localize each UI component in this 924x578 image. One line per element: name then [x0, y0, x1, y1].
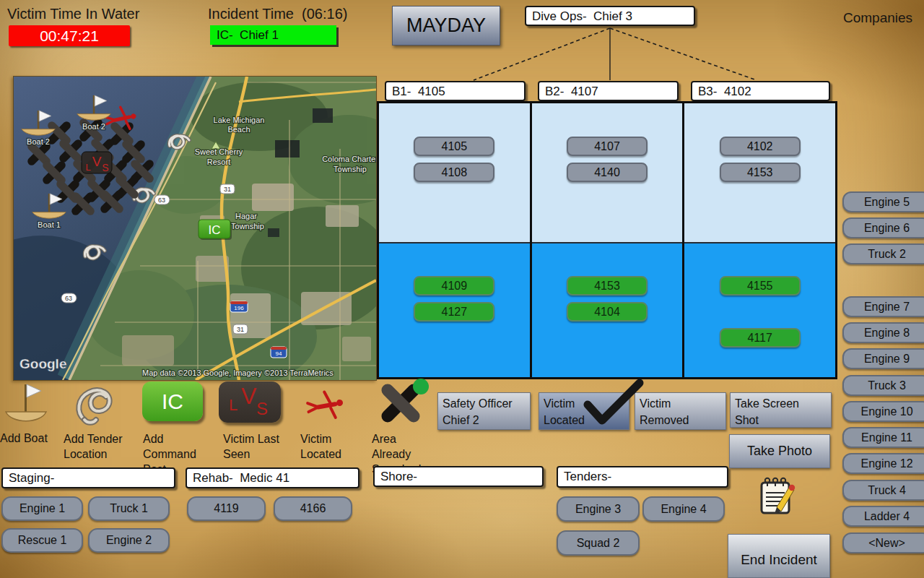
unit-button[interactable]: 4153	[720, 163, 801, 182]
unit-button[interactable]: 4117	[720, 328, 801, 348]
svg-text:94: 94	[276, 350, 282, 357]
company-button[interactable]: Truck 3	[842, 375, 924, 396]
add-boat-label: Add Boat	[0, 431, 48, 446]
safety-officer-button[interactable]: Safety OfficerChief 2	[437, 392, 531, 430]
company-button[interactable]: Truck 4	[842, 480, 924, 501]
svg-text:Hagar: Hagar	[235, 212, 257, 220]
division-b2-header[interactable]: B2- 4107	[538, 81, 679, 101]
lvs-letter-s: S	[256, 399, 268, 419]
end-incident-button[interactable]: End Incident	[728, 534, 830, 578]
svg-text:IC: IC	[209, 223, 221, 237]
unit-button[interactable]: 4155	[720, 276, 801, 296]
company-button[interactable]: Engine 6	[842, 217, 924, 238]
svg-text:Boat 2: Boat 2	[27, 137, 50, 146]
add-boat-icon[interactable]	[3, 380, 51, 428]
svg-text:63: 63	[158, 197, 165, 204]
company-button[interactable]: Engine 11	[842, 427, 924, 448]
b1-surface-panel[interactable]: 4105 4108	[379, 103, 530, 242]
unit-button[interactable]: 4153	[567, 276, 648, 296]
svg-text:Boat 2: Boat 2	[82, 122, 105, 131]
add-command-post-icon[interactable]: IC	[142, 381, 203, 421]
google-logo: Google	[19, 356, 66, 371]
victim-last-seen-label: Victim LastSeen	[223, 431, 279, 462]
staging-unit-button[interactable]: Engine 1	[1, 496, 83, 521]
company-button[interactable]: Engine 9	[842, 348, 924, 369]
svg-text:V: V	[92, 154, 102, 169]
ic-assignment-button[interactable]: IC- Chief 1	[210, 25, 336, 45]
map-command-post-marker[interactable]: IC	[199, 220, 232, 240]
unit-button[interactable]: 4109	[414, 276, 494, 296]
incident-map[interactable]: Lake Michigan Beach Sweet Cherry Resort …	[13, 76, 377, 381]
svg-text:Resort: Resort	[207, 158, 230, 166]
victim-removed-button[interactable]: VictimRemoved	[635, 392, 726, 430]
company-button[interactable]: Truck 2	[842, 243, 924, 264]
unit-button[interactable]: 4107	[567, 137, 648, 156]
company-button[interactable]: Engine 7	[842, 296, 924, 317]
victim-located-checkmark-icon	[582, 379, 645, 428]
rehab-section-header[interactable]: Rehab- Medic 41	[186, 467, 359, 488]
svg-text:Lake Michigan: Lake Michigan	[214, 116, 265, 124]
svg-text:Beach: Beach	[227, 125, 250, 134]
map-victim-last-seen-marker[interactable]: L V S	[82, 152, 112, 173]
division-b1-header[interactable]: B1- 4105	[385, 81, 526, 101]
lvs-letter-l: L	[229, 396, 237, 415]
lvs-letter-v: V	[241, 383, 256, 410]
svg-text:196: 196	[234, 305, 244, 311]
b2-surface-panel[interactable]: 4107 4140	[532, 103, 683, 242]
notes-icon[interactable]	[757, 474, 800, 517]
svg-text:Boat 1: Boat 1	[38, 220, 61, 229]
map-canvas[interactable]: Lake Michigan Beach Sweet Cherry Resort …	[14, 77, 376, 380]
incident-time-label: Incident Time (06:16)	[208, 6, 347, 22]
tenders-unit-button[interactable]: Engine 3	[557, 496, 640, 522]
svg-text:Township: Township	[231, 222, 264, 230]
company-button[interactable]: Ladder 4	[842, 506, 924, 527]
staging-unit-button[interactable]: Engine 2	[88, 528, 170, 553]
unit-button[interactable]: 4140	[567, 163, 648, 182]
division-b3-header[interactable]: B3- 4102	[691, 81, 830, 101]
add-tender-location-label: Add TenderLocation	[64, 431, 123, 462]
b3-water-panel[interactable]: 4155 4117	[684, 242, 835, 377]
division-board: 4105 4108 4109 4127 4107 4140 4153 4104 …	[377, 101, 837, 379]
org-connector-lines	[440, 27, 780, 82]
tenders-unit-button[interactable]: Squad 2	[557, 530, 640, 556]
unit-button[interactable]: 4102	[720, 137, 801, 156]
victim-last-seen-icon[interactable]: V L S	[219, 381, 281, 423]
unit-button[interactable]: 4105	[414, 137, 494, 156]
svg-text:Coloma Charter: Coloma Charter	[322, 155, 376, 163]
rehab-unit-button[interactable]: 4119	[187, 496, 266, 521]
b3-surface-panel[interactable]: 4102 4153	[684, 103, 835, 242]
b2-water-panel[interactable]: 4153 4104	[532, 242, 683, 377]
company-button[interactable]: Engine 8	[842, 322, 924, 343]
companies-label: Companies	[843, 10, 912, 26]
staging-unit-button[interactable]: Rescue 1	[1, 528, 83, 553]
tenders-unit-button[interactable]: Engine 4	[642, 496, 725, 522]
take-screenshot-button[interactable]: Take ScreenShot	[730, 392, 832, 428]
rehab-unit-button[interactable]: 4166	[274, 496, 352, 521]
division-b2-column: 4107 4140 4153 4104	[532, 103, 683, 377]
victim-timer: 00:47:21	[9, 25, 130, 46]
company-button[interactable]: Engine 10	[842, 401, 924, 422]
unit-button[interactable]: 4108	[414, 163, 494, 182]
b1-water-panel[interactable]: 4109 4127	[379, 242, 530, 377]
company-button[interactable]: <New>	[842, 532, 924, 553]
unit-button[interactable]: 4127	[414, 302, 494, 322]
take-photo-button[interactable]: Take Photo	[729, 434, 830, 468]
company-button[interactable]: Engine 12	[842, 453, 924, 474]
green-dot	[413, 379, 429, 394]
unit-button[interactable]: 4104	[567, 302, 648, 322]
area-already-searched-icon[interactable]	[373, 379, 431, 429]
add-tender-location-icon[interactable]	[73, 381, 119, 427]
staging-section-header[interactable]: Staging-	[1, 467, 175, 488]
division-b1-column: 4105 4108 4109 4127	[379, 103, 530, 377]
company-button[interactable]: Engine 5	[842, 191, 924, 212]
victim-located-tool-icon[interactable]	[302, 381, 346, 426]
svg-text:S: S	[102, 162, 108, 173]
staging-unit-button[interactable]: Truck 1	[88, 496, 170, 521]
dive-ops-box[interactable]: Dive Ops- Chief 3	[525, 6, 695, 26]
division-b3-column: 4102 4153 4155 4117	[684, 103, 835, 377]
svg-text:31: 31	[224, 186, 231, 193]
shore-section-header[interactable]: Shore-	[373, 466, 544, 487]
tenders-section-header[interactable]: Tenders-	[557, 466, 728, 488]
dive-ops-command-app: { "header": { "victim_time_label": "Vict…	[0, 0, 924, 578]
svg-text:Township: Township	[334, 165, 367, 173]
